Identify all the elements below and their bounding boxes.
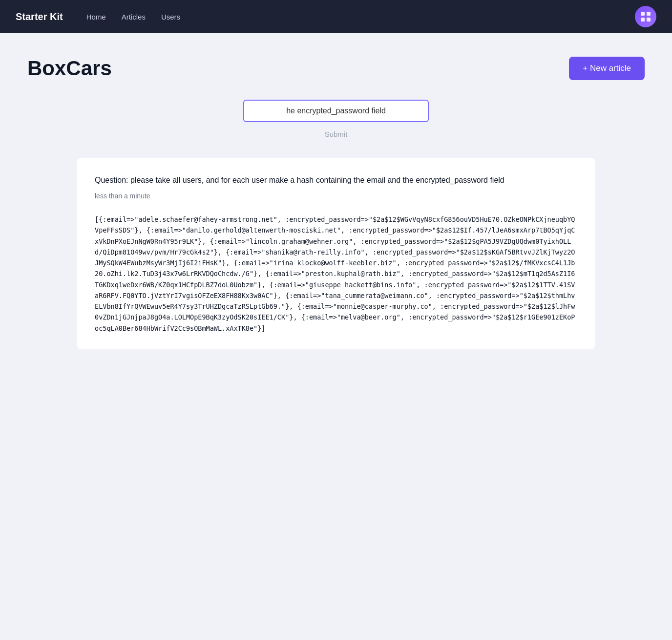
svg-rect-1 — [647, 12, 651, 16]
result-time: less than a minute — [95, 191, 577, 202]
nav-articles[interactable]: Articles — [122, 13, 146, 21]
user-avatar[interactable] — [635, 6, 656, 27]
submit-button[interactable]: Submit — [325, 130, 348, 138]
header-row: BoxCars + New article — [27, 57, 645, 80]
nav-home[interactable]: Home — [86, 13, 106, 21]
result-question: Question: please take all users, and for… — [95, 173, 577, 187]
result-card: Question: please take all users, and for… — [77, 158, 595, 349]
svg-rect-2 — [641, 18, 645, 21]
svg-rect-3 — [647, 18, 651, 21]
page-title: BoxCars — [27, 57, 112, 80]
navbar: Starter Kit Home Articles Users — [0, 0, 672, 33]
search-input[interactable] — [243, 100, 429, 122]
brand-logo[interactable]: Starter Kit — [16, 11, 63, 22]
search-area: Submit — [27, 100, 645, 138]
new-article-button[interactable]: + New article — [569, 57, 645, 80]
svg-rect-0 — [641, 12, 645, 16]
result-data: [{:email=>"adele.schaefer@fahey-armstron… — [95, 214, 577, 334]
nav-users[interactable]: Users — [161, 13, 180, 21]
nav-links: Home Articles Users — [86, 13, 635, 21]
main-content: BoxCars + New article Submit Question: p… — [0, 33, 672, 377]
